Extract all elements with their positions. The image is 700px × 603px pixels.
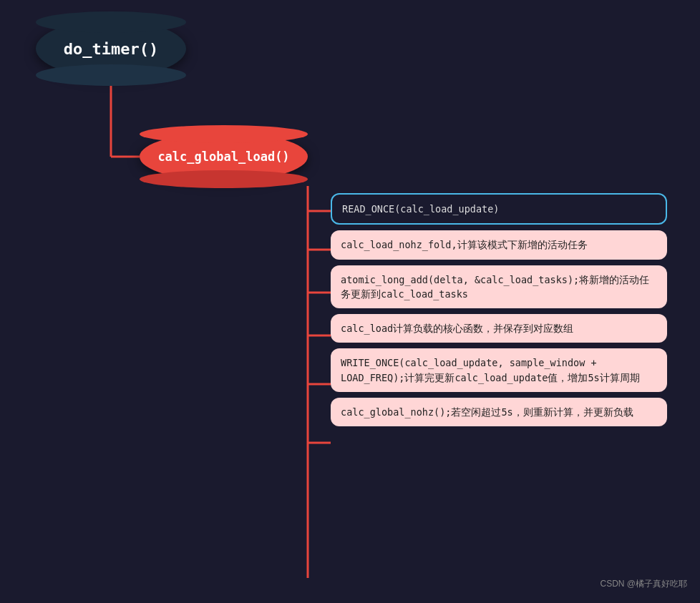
item-calc-global-nohz: calc_global_nohz();若空闲超过5s，则重新计算，并更新负载 xyxy=(331,398,667,426)
diagram-container: do_timer() calc_global_load() READ_ONCE(… xyxy=(0,0,700,603)
item6-text: calc_global_nohz();若空闲超过5s，则重新计算，并更新负载 xyxy=(341,406,633,418)
do-timer-node: do_timer() xyxy=(36,20,186,77)
item2-text: calc_load_nohz_fold,计算该模式下新增的活动任务 xyxy=(341,239,588,250)
item-calc-load-nohz: calc_load_nohz_fold,计算该模式下新增的活动任务 xyxy=(331,230,667,259)
do-timer-label: do_timer() xyxy=(64,40,158,58)
item5-text: WRITE_ONCE(calc_load_update, sample_wind… xyxy=(341,357,640,383)
item-atomic-long-add: atomic_long_add(delta, &calc_load_tasks)… xyxy=(331,265,667,309)
watermark: CSDN @橘子真好吃耶 xyxy=(600,578,687,590)
item3-text: atomic_long_add(delta, &calc_load_tasks)… xyxy=(341,274,649,300)
item-write-once: WRITE_ONCE(calc_load_update, sample_wind… xyxy=(331,348,667,392)
items-list: READ_ONCE(calc_load_update) calc_load_no… xyxy=(331,193,667,432)
item-read-once: READ_ONCE(calc_load_update) xyxy=(331,193,667,225)
calc-global-node: calc_global_load() xyxy=(140,132,308,181)
calc-global-label: calc_global_load() xyxy=(157,149,289,164)
item-calc-load-core: calc_load计算负载的核心函数，并保存到对应数组 xyxy=(331,314,667,343)
item1-text: READ_ONCE(calc_load_update) xyxy=(342,203,499,215)
item4-text: calc_load计算负载的核心函数，并保存到对应数组 xyxy=(341,323,573,334)
